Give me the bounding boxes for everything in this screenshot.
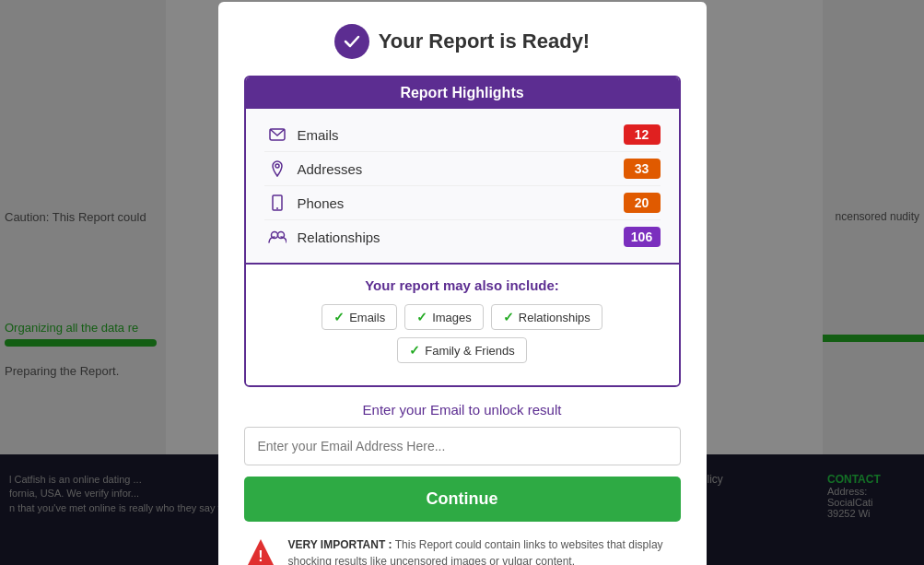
highlight-row-emails: Emails 12: [264, 118, 661, 152]
highlights-header: Report Highlights: [246, 77, 679, 109]
check-icon-relationships: ✓: [503, 310, 514, 324]
highlight-row-phones: Phones 20: [264, 186, 661, 220]
emails-badge: 12: [624, 124, 661, 145]
highlights-wrapper: Report Highlights Emails 12: [244, 76, 681, 387]
email-icon: [264, 128, 290, 141]
also-include-title: Your report may also include:: [261, 277, 664, 293]
tag-images-label: Images: [432, 311, 472, 324]
check-icon-images: ✓: [416, 310, 427, 324]
emails-label: Emails: [298, 127, 624, 143]
tags-row-2: ✓ Family & Friends: [261, 337, 664, 363]
warning-strong: VERY IMPORTANT :: [288, 538, 392, 551]
tags-row-1: ✓ Emails ✓ Images ✓ Relationships: [261, 304, 664, 330]
tag-relationships-label: Relationships: [519, 311, 591, 324]
highlights-items: Emails 12 Addresses 33: [246, 109, 679, 263]
modal-header: Your Report is Ready!: [244, 24, 681, 59]
relationships-icon: [264, 230, 290, 243]
svg-point-2: [276, 207, 278, 209]
continue-button[interactable]: Continue: [244, 477, 681, 522]
phone-icon: [264, 194, 290, 211]
highlight-row-relationships: Relationships 106: [264, 220, 661, 253]
phones-badge: 20: [624, 193, 661, 213]
tag-emails: ✓ Emails: [322, 304, 397, 330]
check-circle-icon: [334, 24, 369, 59]
also-include-section: Your report may also include: ✓ Emails ✓…: [246, 263, 679, 385]
relationships-label: Relationships: [298, 230, 624, 245]
relationships-badge: 106: [624, 227, 661, 247]
highlights-header-text: Report Highlights: [400, 85, 523, 100]
addresses-badge: 33: [624, 159, 661, 179]
warning-text: VERY IMPORTANT : This Report could conta…: [288, 536, 681, 565]
tag-family-label: Family & Friends: [425, 344, 515, 358]
warning-section: ! VERY IMPORTANT : This Report could con…: [244, 536, 681, 565]
tag-relationships: ✓ Relationships: [491, 304, 602, 330]
tag-images: ✓ Images: [404, 304, 484, 330]
tag-emails-label: Emails: [349, 311, 385, 324]
check-icon-family: ✓: [409, 343, 420, 358]
tag-family-friends: ✓ Family & Friends: [397, 337, 527, 363]
highlight-row-addresses: Addresses 33: [264, 152, 661, 186]
location-icon: [264, 160, 290, 177]
modal-backdrop: Your Report is Ready! Report Highlights: [0, 0, 924, 565]
svg-text:!: !: [258, 548, 263, 564]
warning-icon: !: [244, 536, 277, 565]
check-icon-emails: ✓: [333, 310, 345, 324]
modal-title: Your Report is Ready!: [379, 29, 590, 53]
addresses-label: Addresses: [298, 161, 624, 177]
svg-point-1: [275, 164, 279, 168]
email-prompt: Enter your Email to unlock result: [244, 402, 681, 418]
email-section: Enter your Email to unlock result: [244, 402, 681, 465]
email-input[interactable]: [244, 427, 681, 465]
phones-label: Phones: [298, 195, 624, 211]
modal-container: Your Report is Ready! Report Highlights: [218, 2, 707, 565]
